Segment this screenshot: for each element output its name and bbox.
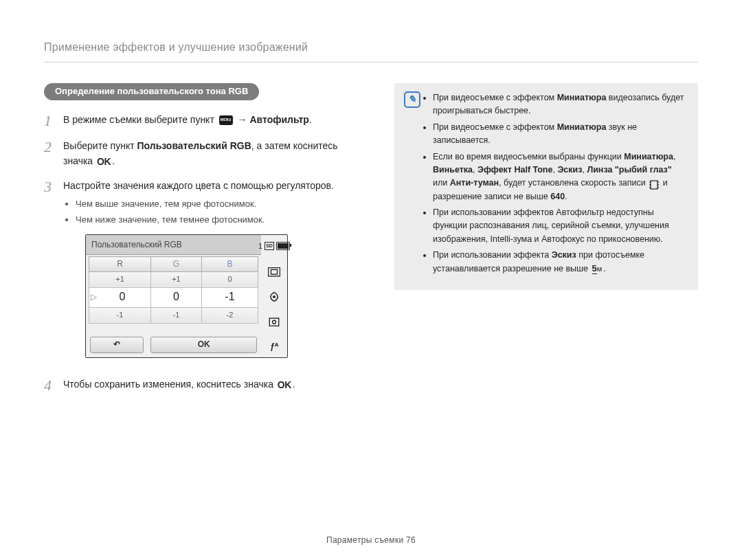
- svg-rect-11: [657, 187, 659, 188]
- note-bold: Миниатюра: [624, 152, 673, 161]
- svg-rect-1: [271, 269, 278, 274]
- right-column: ✎ При видеосъемке с эффектом Миниатюра в…: [394, 83, 698, 403]
- col-header-g: G: [150, 257, 201, 272]
- step3-bullet: Чем выше значение, тем ярче фотоснимок.: [76, 197, 367, 211]
- back-button[interactable]: ↶: [90, 337, 144, 353]
- aspect-icon: [268, 267, 280, 277]
- fivem-icon: 5м: [592, 262, 603, 276]
- note-item: Если во время видеосъемки выбраны функци…: [433, 150, 686, 204]
- note-text: При видеосъемке с эффектом: [433, 93, 557, 102]
- ok-icon[interactable]: OK: [278, 378, 291, 393]
- svg-point-4: [273, 320, 276, 324]
- col-header-b: B: [201, 257, 258, 272]
- step-1: В режиме съемки выберите пункт → Автофил…: [44, 113, 367, 129]
- sd-icon: SD: [265, 242, 274, 251]
- status-sidebar: 1 SD: [261, 235, 287, 357]
- step1-bold: Автофильтр: [250, 114, 309, 125]
- svg-rect-9: [657, 181, 659, 183]
- cell[interactable]: -1: [150, 307, 201, 323]
- shake-icon: [268, 292, 280, 302]
- battery-icon: 1 SD: [258, 240, 290, 252]
- device-screenshot: Пользовательский RGB R G B: [85, 234, 288, 358]
- note-list: При видеосъемке с эффектом Миниатюра вид…: [422, 91, 686, 279]
- note-text: , будет установлена скорость записи: [499, 178, 648, 188]
- note-bold: Линза "рыбий глаз": [587, 165, 671, 175]
- note-bold: Виньетка: [433, 165, 473, 175]
- rgb-table: R G B +1 +1 0: [89, 256, 258, 324]
- film-icon: [649, 180, 659, 190]
- note-item: При видеосъемке с эффектом Миниатюра вид…: [433, 91, 686, 118]
- focus-icon: [268, 317, 280, 326]
- section-badge: Определение пользовательского тона RGB: [44, 83, 259, 100]
- step-list: В режиме съемки выберите пункт → Автофил…: [44, 113, 367, 394]
- note-bold: Эскиз: [552, 250, 576, 260]
- note-bold: Эскиз: [557, 165, 582, 175]
- svg-rect-10: [657, 184, 659, 186]
- step2-bold: Пользовательский RGB: [137, 140, 251, 151]
- svg-rect-7: [650, 184, 651, 186]
- screen-title: Пользовательский RGB: [86, 235, 261, 256]
- step1-pre: В режиме съемки выберите пункт: [63, 114, 217, 125]
- step1-arrow: →: [238, 114, 250, 125]
- step3-bullets: Чем выше значение, тем ярче фотоснимок. …: [63, 197, 367, 227]
- note-bold: 640: [550, 192, 565, 201]
- step2-pre: Выберите пункт: [63, 140, 137, 151]
- note-item: При видеосъемке с эффектом Миниатюра зву…: [433, 121, 686, 148]
- step4-dot: .: [293, 379, 295, 390]
- cell[interactable]: 0: [201, 271, 258, 287]
- step4-pre: Чтобы сохранить изменения, коснитесь зна…: [63, 379, 276, 390]
- note-text: ,: [473, 165, 477, 175]
- note-item: При использовании эффекта Эскиз при фото…: [433, 249, 686, 276]
- note-text: или: [433, 178, 450, 188]
- svg-rect-6: [650, 181, 651, 183]
- note-bold: Анти-туман: [450, 178, 499, 188]
- footer: Параметры съемки 76: [0, 535, 742, 545]
- cell-current[interactable]: -1: [201, 287, 258, 307]
- note-text: При использовании эффекта: [433, 250, 552, 260]
- note-bold: Миниатюра: [557, 93, 607, 102]
- cell[interactable]: -2: [201, 307, 258, 323]
- ok-button[interactable]: OK: [150, 337, 257, 353]
- cell[interactable]: +1: [89, 271, 151, 287]
- cell[interactable]: +1: [150, 271, 201, 287]
- svg-rect-8: [650, 187, 651, 188]
- note-text: При видеосъемке с эффектом: [433, 122, 557, 132]
- note-item: При использовании эффектов Автофильтр не…: [433, 206, 686, 246]
- note-text: Если во время видеосъемки выбраны функци…: [433, 152, 624, 161]
- step2-dot: .: [112, 155, 115, 166]
- note-bold: Миниатюра: [557, 122, 607, 132]
- step-2: Выберите пункт Пользовательский RGB, а з…: [44, 139, 367, 168]
- breadcrumb: Применение эффектов и улучшение изображе…: [44, 41, 698, 63]
- step3-bullet: Чем ниже значение, тем темнее фотоснимок…: [76, 213, 367, 227]
- menu-icon[interactable]: [219, 115, 233, 125]
- left-column: Определение пользовательского тона RGB В…: [44, 83, 367, 403]
- svg-rect-0: [269, 268, 280, 276]
- note-text: ,: [673, 152, 675, 161]
- step1-dot: .: [309, 114, 312, 125]
- note-text: .: [603, 264, 605, 273]
- cell[interactable]: -1: [89, 307, 151, 323]
- step3-text: Настройте значения каждого цвета с помощ…: [63, 180, 334, 191]
- cell-current[interactable]: 0: [89, 287, 151, 307]
- svg-point-2: [273, 295, 276, 298]
- svg-rect-3: [269, 318, 279, 326]
- note-box: ✎ При видеосъемке с эффектом Миниатюра в…: [394, 83, 698, 290]
- note-bold: Эффект Half Tone: [477, 165, 552, 175]
- flash-icon: ƒᴬ: [268, 342, 280, 352]
- step-4: Чтобы сохранить изменения, коснитесь зна…: [44, 377, 367, 394]
- col-header-r: R: [89, 257, 151, 272]
- cell-current[interactable]: 0: [150, 287, 201, 307]
- svg-rect-5: [651, 181, 657, 189]
- note-icon: ✎: [404, 91, 422, 279]
- content: Определение пользовательского тона RGB В…: [44, 83, 698, 403]
- battery-count: 1: [258, 240, 262, 252]
- step-3: Настройте значения каждого цвета с помощ…: [44, 179, 367, 368]
- note-text: .: [565, 192, 567, 201]
- ok-icon[interactable]: OK: [97, 155, 111, 170]
